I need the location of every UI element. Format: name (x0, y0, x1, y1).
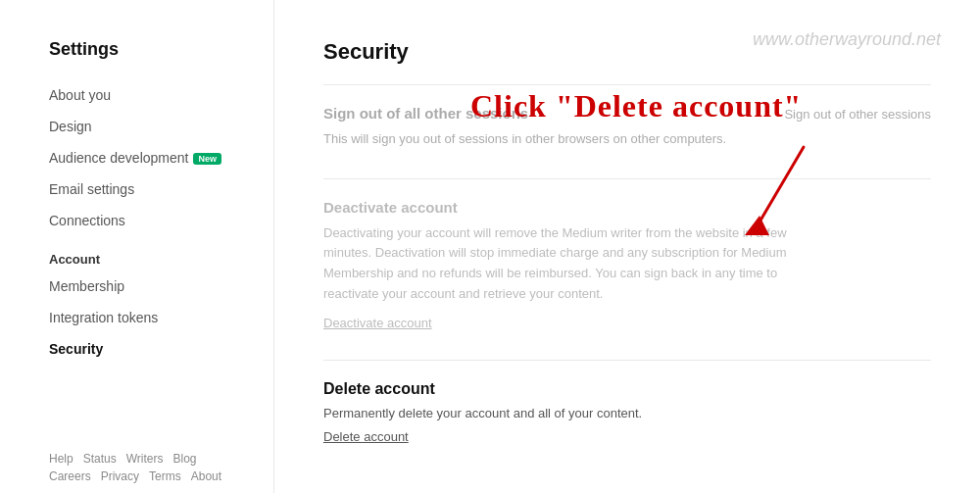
signout-heading: Sign out of all other sessions (323, 105, 726, 122)
signout-content: Sign out of all other sessions This will… (323, 105, 726, 149)
sign-out-section: Sign out of all other sessions This will… (323, 105, 931, 149)
sidebar-link-connections[interactable]: Connections (49, 207, 125, 234)
footer-link-careers[interactable]: Careers (49, 469, 91, 483)
sidebar-footer: Help Status Writers Blog Careers Privacy… (49, 432, 244, 483)
account-nav: Membership Integration tokens Security (49, 272, 244, 363)
sidebar-link-membership[interactable]: Membership (49, 272, 124, 300)
sidebar-link-email-settings[interactable]: Email settings (49, 175, 134, 203)
sidebar-link-audience-development[interactable]: Audience developmentNew (49, 144, 221, 172)
signout-row: Sign out of all other sessions This will… (323, 105, 931, 149)
footer-links: Help Status Writers Blog Careers Privacy… (49, 452, 244, 483)
deactivate-section: Deactivate account Deactivating your acc… (323, 199, 931, 330)
delete-heading: Delete account (323, 380, 931, 398)
account-section-label: Account (49, 238, 244, 272)
signout-button[interactable]: Sign out of other sessions (784, 107, 931, 122)
sidebar-item-about-you[interactable]: About you (49, 81, 244, 109)
sidebar: Settings About you Design Audience devel… (0, 0, 274, 493)
delete-section: Delete account Permanently delete your a… (323, 380, 931, 444)
sidebar-item-membership[interactable]: Membership (49, 272, 244, 300)
section-divider-2 (323, 360, 931, 361)
sidebar-nav: About you Design Audience developmentNew… (49, 81, 244, 234)
page-title: Security (323, 39, 931, 65)
deactivate-desc: Deactivating your account will remove th… (323, 223, 813, 305)
deactivate-link[interactable]: Deactivate account (323, 316, 432, 330)
delete-desc: Permanently delete your account and all … (323, 406, 931, 420)
footer-link-writers[interactable]: Writers (126, 452, 164, 466)
sidebar-link-security[interactable]: Security (49, 335, 103, 363)
sidebar-item-design[interactable]: Design (49, 113, 244, 140)
sidebar-item-connections[interactable]: Connections (49, 207, 244, 234)
main-content: Security Sign out of all other sessions … (274, 0, 980, 493)
footer-link-help[interactable]: Help (49, 452, 74, 466)
title-divider (323, 84, 931, 85)
footer-link-blog[interactable]: Blog (173, 452, 197, 466)
deactivate-heading: Deactivate account (323, 199, 931, 216)
sidebar-link-integration-tokens[interactable]: Integration tokens (49, 304, 158, 331)
sidebar-link-about-you[interactable]: About you (49, 81, 111, 109)
sidebar-item-integration-tokens[interactable]: Integration tokens (49, 304, 244, 331)
sidebar-item-email-settings[interactable]: Email settings (49, 175, 244, 203)
footer-link-about[interactable]: About (191, 469, 221, 483)
new-badge: New (193, 153, 221, 165)
footer-link-terms[interactable]: Terms (149, 469, 181, 483)
footer-link-privacy[interactable]: Privacy (101, 469, 139, 483)
footer-link-status[interactable]: Status (83, 452, 117, 466)
sidebar-item-audience-development[interactable]: Audience developmentNew (49, 144, 244, 172)
sidebar-item-security[interactable]: Security (49, 335, 244, 363)
delete-account-link[interactable]: Delete account (323, 429, 409, 444)
section-divider-1 (323, 178, 931, 179)
signout-desc: This will sign you out of sessions in ot… (323, 129, 726, 149)
sidebar-title: Settings (49, 39, 244, 60)
sidebar-link-design[interactable]: Design (49, 113, 92, 140)
